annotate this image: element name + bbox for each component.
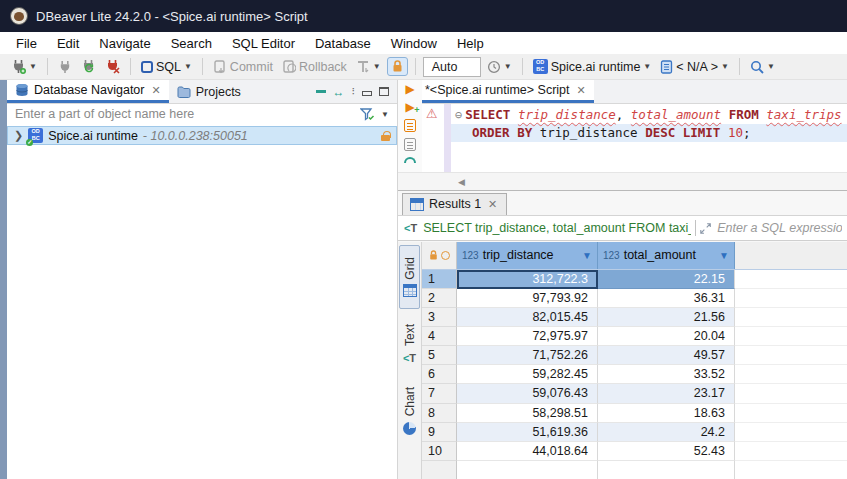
script-gray-icon[interactable] — [404, 138, 416, 151]
column-header-total-amount[interactable]: 123 total_amount ▼ — [598, 242, 735, 269]
column-header-trip-distance[interactable]: 123 trip_distance ▼ — [457, 242, 598, 269]
table-row[interactable]: 6 59,282.45 33.52 — [422, 365, 847, 384]
sql-editor-body[interactable]: ⚠ ⊖SELECT trip_distance, total_amount FR… — [398, 104, 847, 172]
tab-results-1[interactable]: Results 1 ✕ — [402, 193, 507, 215]
close-icon[interactable]: ✕ — [488, 198, 497, 211]
table-row[interactable]: 2 97,793.92 36.31 — [422, 289, 847, 308]
tab-database-navigator[interactable]: Database Navigator ✕ — [7, 80, 169, 103]
auto-commit-lock-toggle[interactable] — [387, 57, 408, 76]
cell-trip-distance[interactable]: 82,015.45 — [457, 308, 598, 327]
menu-help[interactable]: Help — [447, 34, 494, 53]
cell-total-amount[interactable]: 20.04 — [598, 327, 735, 346]
sort-descending-icon[interactable]: ▼ — [719, 250, 729, 261]
fold-minus-icon[interactable]: ⊖ — [455, 108, 462, 122]
row-number[interactable]: 6 — [422, 365, 457, 384]
rollback-button[interactable]: Rollback — [279, 58, 350, 76]
cell-total-amount[interactable]: 23.17 — [598, 384, 735, 403]
cell-total-amount[interactable]: 49.57 — [598, 346, 735, 365]
cell-total-amount[interactable]: 22.15 — [598, 270, 735, 289]
maximize-icon[interactable] — [379, 87, 389, 96]
execute-script-icon[interactable] — [404, 119, 416, 132]
tab-chart[interactable]: Chart — [398, 379, 421, 443]
chevron-down-icon[interactable]: ▼ — [767, 62, 775, 71]
link-editor-icon[interactable]: ↔ — [333, 85, 345, 99]
table-row[interactable]: 9 51,619.36 24.2 — [422, 423, 847, 442]
table-row[interactable]: 1 312,722.3 22.15 — [422, 270, 847, 289]
table-row[interactable]: 5 71,752.26 49.57 — [422, 346, 847, 365]
transaction-mode-button[interactable]: ▼ — [353, 58, 384, 76]
chevron-down-icon[interactable]: ▼ — [29, 62, 37, 71]
table-row[interactable]: 10 44,018.64 52.43 — [422, 442, 847, 461]
row-number[interactable]: 7 — [422, 384, 457, 403]
row-number[interactable]: 5 — [422, 346, 457, 365]
menu-window[interactable]: Window — [381, 34, 447, 53]
editor-horizontal-scrollbar[interactable]: ◀ — [398, 172, 847, 190]
connect-button[interactable] — [55, 58, 75, 76]
expand-panel-icon[interactable] — [700, 222, 711, 235]
tab-sql-script[interactable]: *<Spice.ai runtime> Script ✕ — [398, 80, 594, 103]
row-number[interactable]: 9 — [422, 423, 457, 442]
connection-tree-item[interactable]: ❯ ODBC Spice.ai runtime - 10.0.0.238:500… — [7, 126, 397, 145]
close-icon[interactable]: ✕ — [151, 84, 160, 97]
tab-projects[interactable]: Projects — [169, 80, 249, 103]
cell-trip-distance[interactable]: 72,975.97 — [457, 327, 598, 346]
chevron-down-icon[interactable]: ▼ — [504, 62, 512, 71]
menu-navigate[interactable]: Navigate — [89, 34, 160, 53]
row-number[interactable]: 3 — [422, 308, 457, 327]
cell-trip-distance[interactable]: 44,018.64 — [457, 442, 598, 461]
cell-total-amount[interactable]: 36.31 — [598, 289, 735, 308]
commit-mode-select[interactable]: Auto — [423, 57, 481, 77]
active-connection-selector[interactable]: ODBC Spice.ai runtime ▼ — [530, 57, 655, 76]
table-row[interactable]: 8 58,298.51 18.63 — [422, 404, 847, 423]
cell-trip-distance[interactable]: 59,076.43 — [457, 384, 598, 403]
row-number[interactable]: 4 — [422, 327, 457, 346]
chevron-down-icon[interactable]: ▼ — [721, 62, 729, 71]
execute-new-tab-icon[interactable]: ▶ — [405, 101, 414, 113]
grid-corner-cell[interactable] — [422, 242, 457, 269]
close-icon[interactable]: ✕ — [577, 84, 586, 97]
menu-edit[interactable]: Edit — [47, 34, 89, 53]
transaction-log-button[interactable]: ▼ — [484, 58, 515, 76]
commit-button[interactable]: Commit — [210, 58, 276, 76]
object-filter-input[interactable]: Enter a part of object name here — [15, 107, 360, 121]
row-number[interactable]: 10 — [422, 442, 457, 461]
new-connection-button[interactable]: ▼ — [8, 57, 40, 76]
sql-editor-button[interactable]: SQL ▼ — [138, 58, 195, 76]
chevron-down-icon[interactable]: ▼ — [184, 62, 192, 71]
row-number[interactable]: 8 — [422, 404, 457, 423]
chevron-down-icon[interactable]: ▼ — [381, 110, 389, 119]
sql-line-2[interactable]: ORDER BY trip_distance DESC LIMIT 10; — [451, 124, 847, 142]
cell-total-amount[interactable]: 33.52 — [598, 365, 735, 384]
tab-grid[interactable]: Grid — [399, 245, 420, 309]
execute-statement-icon[interactable]: ▶ — [405, 83, 414, 95]
menu-sql-editor[interactable]: SQL Editor — [222, 34, 305, 53]
explain-plan-icon[interactable] — [404, 157, 416, 163]
expand-chevron-icon[interactable]: ❯ — [14, 129, 23, 142]
active-database-selector[interactable]: < N/A > ▼ — [657, 58, 732, 76]
cell-total-amount[interactable]: 18.63 — [598, 404, 735, 423]
table-row[interactable]: 3 82,015.45 21.56 — [422, 308, 847, 327]
sql-expression-filter-input[interactable]: Enter a SQL expression to — [717, 221, 842, 235]
reconnect-button[interactable] — [78, 57, 99, 76]
cell-trip-distance[interactable]: 71,752.26 — [457, 346, 598, 365]
tab-text[interactable]: Text <T — [398, 312, 421, 376]
scroll-left-arrow-icon[interactable]: ◀ — [458, 177, 465, 187]
collapse-all-icon[interactable] — [316, 90, 326, 93]
chevron-down-icon[interactable]: ▼ — [643, 62, 651, 71]
cell-trip-distance[interactable]: 312,722.3 — [457, 270, 598, 289]
sql-line-1[interactable]: ⊖SELECT trip_distance, total_amount FROM… — [451, 106, 847, 124]
search-button[interactable]: ▼ — [747, 58, 778, 76]
menu-search[interactable]: Search — [161, 34, 222, 53]
view-menu-icon[interactable]: ⁝ — [352, 85, 356, 98]
chevron-down-icon[interactable]: ▼ — [373, 62, 381, 71]
cell-total-amount[interactable]: 24.2 — [598, 423, 735, 442]
cell-total-amount[interactable]: 52.43 — [598, 442, 735, 461]
cell-trip-distance[interactable]: 97,793.92 — [457, 289, 598, 308]
menu-database[interactable]: Database — [305, 34, 381, 53]
cell-trip-distance[interactable]: 51,619.36 — [457, 423, 598, 442]
cell-total-amount[interactable]: 21.56 — [598, 308, 735, 327]
sort-descending-icon[interactable]: ▼ — [582, 250, 592, 261]
menu-file[interactable]: File — [6, 34, 47, 53]
sql-code[interactable]: ⊖SELECT trip_distance, total_amount FROM… — [451, 106, 847, 142]
row-number[interactable]: 2 — [422, 289, 457, 308]
